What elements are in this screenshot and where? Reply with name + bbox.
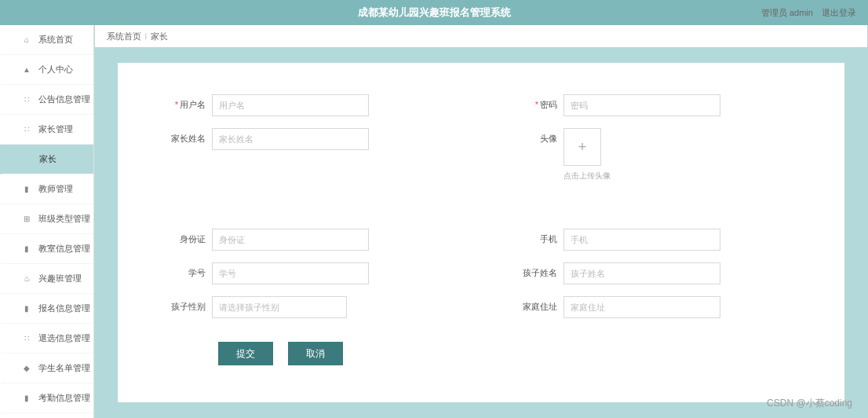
breadcrumb: 系统首页 ⁞ 家长 [95, 25, 867, 47]
sidebar-item-4[interactable]: 家长 [0, 145, 93, 174]
sidebar-item-10[interactable]: ∷退选信息管理 [0, 324, 93, 354]
childgender-label: 孩子性别 [157, 296, 212, 313]
sidebar-item-label: 学生名单管理 [38, 362, 90, 374]
admin-label[interactable]: 管理员 admin [761, 8, 813, 17]
plus-icon: + [578, 139, 587, 156]
page-title: 成都某幼儿园兴趣班报名管理系统 [16, 6, 852, 20]
address-input[interactable] [563, 296, 720, 318]
sidebar-item-1[interactable]: ▲个人中心 [0, 55, 93, 85]
grid-icon: ∷ [21, 125, 32, 134]
sidebar-item-11[interactable]: ◆学生名单管理 [0, 354, 93, 383]
sidebar-item-label: 报名信息管理 [38, 302, 90, 314]
book-icon: ▮ [21, 394, 32, 402]
sidebar-item-2[interactable]: ∷公告信息管理 [0, 85, 93, 115]
phone-label: 手机 [509, 229, 563, 245]
header: 成都某幼儿园兴趣班报名管理系统 管理员 admin 退出登录 [0, 0, 868, 25]
grid-icon: ∷ [21, 334, 32, 343]
cancel-button[interactable]: 取消 [288, 342, 343, 365]
book-icon: ▮ [21, 304, 32, 313]
breadcrumb-current: 家长 [151, 31, 168, 42]
childname-label: 孩子姓名 [509, 262, 563, 279]
avatar-label: 头像 [509, 128, 563, 145]
phone-input[interactable] [563, 229, 720, 251]
password-label: *密码 [509, 94, 563, 111]
sidebar-item-label: 教师管理 [38, 183, 73, 195]
sidebar: ⌂系统首页▲个人中心∷公告信息管理∷家长管理家长▮教师管理⊞班级类型管理▮教室信… [0, 25, 94, 418]
book-icon: ▮ [21, 244, 32, 253]
header-right: 管理员 admin 退出登录 [755, 7, 856, 19]
sidebar-item-6[interactable]: ⊞班级类型管理 [0, 204, 93, 234]
avatar-upload[interactable]: + [563, 128, 601, 166]
form-actions: 提交 取消 [157, 342, 805, 365]
sidebar-item-label: 兴趣班管理 [38, 273, 82, 284]
sidebar-item-12[interactable]: ▮考勤信息管理 [0, 383, 93, 413]
sidebar-item-3[interactable]: ∷家长管理 [0, 115, 93, 145]
grid-icon: ∷ [21, 95, 32, 104]
watermark: CSDN @小蔡coding [767, 397, 852, 410]
sidebar-item-label: 个人中心 [38, 64, 73, 75]
sidebar-item-9[interactable]: ▮报名信息管理 [0, 294, 93, 324]
logout-link[interactable]: 退出登录 [822, 8, 856, 17]
sidebar-item-label: 考勤信息管理 [38, 392, 90, 404]
sidebar-item-label: 家长管理 [38, 123, 73, 135]
gift-icon: ♨ [21, 274, 32, 283]
sidebar-item-8[interactable]: ♨兴趣班管理 [0, 264, 93, 294]
sidebar-item-label: 退选信息管理 [38, 332, 90, 344]
avatar-hint: 点击上传头像 [563, 170, 805, 182]
idcard-label: 身份证 [157, 229, 212, 245]
parent-name-label: 家长姓名 [157, 128, 212, 145]
address-label: 家庭住址 [509, 296, 563, 313]
sidebar-item-0[interactable]: ⌂系统首页 [0, 25, 93, 55]
breadcrumb-home[interactable]: 系统首页 [107, 31, 141, 42]
submit-button[interactable]: 提交 [218, 342, 273, 365]
sidebar-item-5[interactable]: ▮教师管理 [0, 174, 93, 204]
sidebar-item-label: 教室信息管理 [38, 243, 90, 255]
form-area: *用户名 *密码 家长姓名 头像 + 点击上传头像 [118, 63, 844, 402]
childname-input[interactable] [563, 262, 720, 284]
password-input[interactable] [563, 94, 720, 116]
sidebar-item-label: 系统首页 [38, 34, 73, 46]
content: 系统首页 ⁞ 家长 *用户名 *密码 家长姓名 [94, 25, 868, 418]
user-icon: ▲ [21, 65, 32, 74]
childgender-select[interactable]: 请选择孩子性别 [212, 296, 347, 318]
home-icon: ⌂ [21, 35, 32, 44]
book-icon: ▮ [21, 185, 32, 193]
studentno-input[interactable] [212, 262, 369, 284]
parent-name-input[interactable] [212, 128, 369, 150]
sidebar-item-label: 家长 [39, 153, 57, 165]
username-label: *用户名 [157, 94, 212, 111]
studentno-label: 学号 [157, 262, 212, 279]
dot-icon: ◆ [21, 364, 32, 372]
grid2-icon: ⊞ [21, 214, 32, 223]
sidebar-item-7[interactable]: ▮教室信息管理 [0, 234, 93, 264]
sidebar-item-label: 公告信息管理 [38, 94, 90, 105]
sidebar-item-label: 班级类型管理 [38, 213, 90, 225]
idcard-input[interactable] [212, 229, 369, 251]
username-input[interactable] [212, 94, 369, 116]
